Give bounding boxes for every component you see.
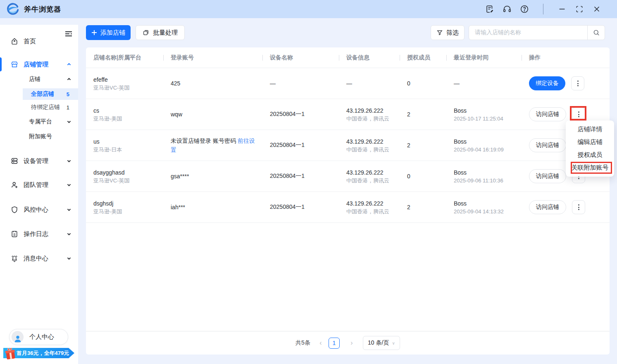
help-icon[interactable] (520, 5, 529, 14)
sidebar-item-label: 设备管理 (24, 157, 48, 165)
last-login-user: Boss (454, 168, 517, 177)
page-number[interactable]: 1 (329, 338, 340, 349)
devices-icon (10, 157, 19, 165)
chevron-down-icon: ∨ (392, 341, 395, 345)
device-ip: 43.129.26.222 (346, 106, 395, 115)
row-more-button[interactable] (572, 200, 585, 214)
last-login-time: 2025-09-04 14:13:32 (454, 208, 517, 215)
next-page-icon[interactable]: › (348, 339, 355, 347)
note-edit-icon[interactable] (485, 5, 494, 14)
bind-device-button[interactable]: 绑定设备 (529, 76, 565, 90)
search-button[interactable] (587, 26, 605, 40)
total-count: 共5条 (295, 339, 310, 347)
device-ip: 43.129.26.222 (346, 168, 395, 177)
logs-icon (10, 230, 19, 238)
minimize-icon[interactable] (557, 5, 567, 14)
sidebar: 首页 店铺管理 店铺 全部店铺 5 待绑定店铺 1 专属平台 (0, 25, 78, 364)
unbound-stores-count: 1 (67, 104, 69, 111)
close-icon[interactable] (592, 5, 601, 14)
device-name: 20250804一1 (262, 203, 339, 211)
store-platform: 亚马逊VC-英国 (93, 177, 159, 184)
profile-button[interactable]: 个人中心 (9, 329, 68, 345)
add-store-button[interactable]: 添加店铺 (86, 25, 131, 40)
menu-item[interactable]: 店铺详情 (566, 123, 614, 136)
annotation-box-link-account (571, 162, 612, 174)
page-size-select[interactable]: 10 条/页 ∨ (363, 336, 400, 350)
table-row: cs亚马逊-美国wqw20250804一143.129.26.222中国香港，腾… (86, 99, 610, 130)
promo-banner[interactable]: 首月36元，全年479元 (0, 346, 75, 360)
visit-store-button[interactable]: 访问店铺 (529, 169, 566, 183)
visit-store-button[interactable]: 访问店铺 (529, 107, 566, 121)
sidebar-subitem-store[interactable]: 店铺 (0, 73, 78, 85)
member-count: 2 (400, 142, 446, 149)
search-input[interactable]: 请输入店铺的名称 (469, 29, 587, 36)
all-stores-count: 5 (67, 91, 69, 97)
sidebar-item-home[interactable]: 首页 (0, 34, 78, 49)
sidebar-item-operation-logs[interactable]: 操作日志 (0, 227, 78, 241)
column-header: 登录账号 (163, 54, 262, 61)
last-login-time: 2025-10-17 11:25:04 (454, 115, 517, 123)
device-location: 中国香港，腾讯云 (346, 208, 395, 215)
store-table-panel: 店铺名称|所属平台登录账号设备名称设备信息授权成员最近登录时间操作 efeffe… (86, 47, 610, 355)
sidebar-item-risk-center[interactable]: 风控中心 (0, 202, 78, 217)
last-login-user: Boss (454, 106, 517, 115)
sidebar-subitem-all-stores[interactable]: 全部店铺 5 (0, 88, 78, 100)
chevron-down-icon (67, 232, 71, 236)
maximize-icon[interactable] (575, 5, 584, 14)
device-location: 中国香港，腾讯云 (346, 177, 395, 184)
store-name: cs (93, 106, 159, 115)
sidebar-item-label: 首页 (24, 38, 36, 45)
store-name: dsghsdj (93, 199, 159, 208)
device-name: 20250804一1 (262, 111, 339, 118)
column-header: 店铺名称|所属平台 (86, 54, 163, 61)
sidebar-subitem-exclusive-platform[interactable]: 专属平台 (0, 116, 78, 128)
menu-item[interactable]: 授权成员 (566, 149, 614, 161)
row-more-button[interactable] (571, 76, 584, 90)
app-title: 斧牛浏览器 (24, 5, 61, 14)
sidebar-item-message-center[interactable]: 消息中心 (0, 251, 78, 266)
sidebar-item-label: 操作日志 (24, 230, 48, 238)
store-name: us (93, 137, 159, 146)
visit-store-button[interactable]: 访问店铺 (529, 200, 566, 214)
login-account: gsa**** (171, 173, 189, 180)
prev-page-icon[interactable]: ‹ (317, 339, 324, 347)
last-login-time: 2025-09-04 16:19:09 (454, 146, 517, 154)
column-header: 设备名称 (262, 54, 339, 61)
device-name: — (262, 80, 339, 87)
team-icon (10, 181, 19, 189)
device-ip: 43.129.26.222 (346, 199, 395, 208)
chevron-down-icon (67, 119, 71, 124)
sidebar-subitem-additional-accounts[interactable]: 附加账号 (0, 130, 78, 143)
column-header: 操作 (522, 54, 610, 61)
batch-process-button[interactable]: 批量处理 (136, 25, 185, 40)
avatar (12, 331, 24, 343)
visit-store-button[interactable]: 访问店铺 (529, 138, 566, 152)
shield-icon (10, 206, 19, 214)
support-headset-icon[interactable] (503, 5, 512, 14)
member-count: 2 (400, 111, 446, 118)
sidebar-item-team-management[interactable]: 团队管理 (0, 177, 78, 192)
column-header: 最近登录时间 (446, 54, 522, 61)
table-header: 店铺名称|所属平台登录账号设备名称设备信息授权成员最近登录时间操作 (86, 47, 610, 68)
last-login-user: — (454, 79, 517, 87)
member-count: 0 (400, 173, 446, 180)
table-row: us亚马逊-日本未设置店铺登录 账号密码 前往设置20250804一143.12… (86, 130, 610, 161)
sidebar-subitem-unbound-stores[interactable]: 待绑定店铺 1 (0, 101, 78, 113)
sidebar-item-store-management[interactable]: 店铺管理 (0, 57, 78, 72)
login-account: wqw (171, 111, 182, 118)
last-login-user: Boss (454, 137, 517, 146)
member-count: 0 (400, 80, 446, 87)
titlebar: 斧牛浏览器 (0, 0, 617, 18)
column-header: 授权成员 (400, 54, 446, 61)
device-location: 中国香港，腾讯云 (346, 146, 395, 154)
menu-item[interactable]: 编辑店铺 (566, 136, 614, 149)
table-row: efeffe亚马逊VC-英国425——0—绑定设备 (86, 68, 610, 99)
sidebar-item-label: 风控中心 (24, 206, 48, 214)
store-platform: 亚马逊-美国 (93, 115, 159, 123)
gift-icon (3, 345, 17, 361)
member-count: 2 (400, 204, 446, 210)
sidebar-item-device-management[interactable]: 设备管理 (0, 154, 78, 168)
bell-icon (10, 254, 19, 262)
store-platform: 亚马逊-美国 (93, 208, 159, 215)
filter-button[interactable]: 筛选 (431, 25, 465, 40)
